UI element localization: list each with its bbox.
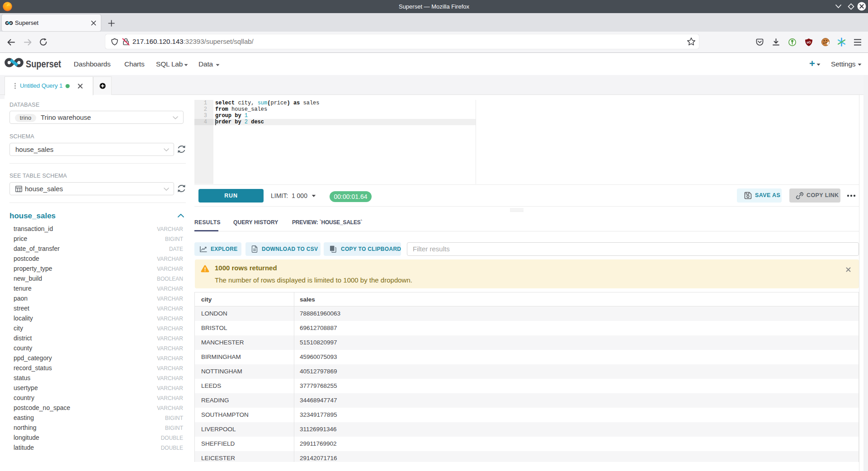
svg-text:uO: uO [807,41,811,44]
